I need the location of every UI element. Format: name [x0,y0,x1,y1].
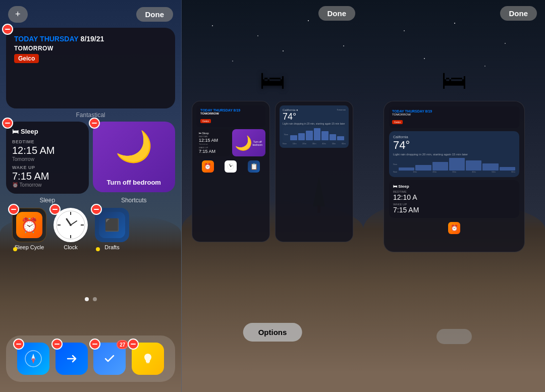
pr-bar-4 [449,158,465,171]
pr-time-labels: Now 10m 20m 30m 40m 50m 60m [393,171,515,173]
phone-screenshot-right: TODAY THURSDAY 8/19 TOMORROW Geico Calif… [384,101,525,252]
pr-bar-5 [466,160,481,171]
sleep-cycle-app[interactable]: ⏰ Sleep Cycle [12,208,46,250]
bedtime-label: BEDTIME [12,139,83,144]
ss1-header-row: TODAY THURSDAY 8/19 [200,108,261,112]
pr-t-10: 10m [413,171,417,173]
ss2-bar-5 [321,131,329,140]
moon-icon: 🌙 [99,132,170,162]
done-button-left[interactable]: Done [136,7,174,22]
app-icons-row: ⏰ Sleep Cycle [6,208,175,250]
ss1-shortcut-text: Turn off bedroom [252,140,263,146]
ss2-chart-labels: Now [284,133,288,136]
add-widget-button[interactable]: + [8,6,28,23]
remove-safari-button[interactable] [13,339,24,350]
ss1-clock-svg [227,163,234,170]
ss2-50m-label: 50m [332,142,336,145]
safari-compass-icon [24,350,42,368]
remove-clock-button[interactable] [49,204,61,215]
sleep-cycle-dot [13,247,17,251]
remove-fantastical-button[interactable] [2,24,13,35]
remove-spark-button[interactable] [51,339,63,350]
dock: 27 [6,335,175,382]
pr-t-30: 30m [452,171,456,173]
ss2-tomorrow-label: Tomorrow [337,108,346,111]
ss2-20m-label: 20m [302,142,306,145]
pr-bar-1 [399,167,414,171]
today-date: 8/19/21 [81,35,104,43]
pr-sleep-title: 🛏 Sleep [393,184,515,189]
right-options-pill [437,329,472,344]
ss2-header: California ● 74° Tomorrow Light rain dro… [280,105,349,148]
ss2-left: California ● 74° [283,108,298,122]
ss1-sleep-widget: 🛏 Sleep BEDTIME 12:15 AM Tomorrow WAKE U… [196,129,230,156]
bed-emoji: 🛏 [12,128,19,135]
ss2-bar-6 [330,134,337,140]
spark-dock-icon[interactable] [56,343,88,375]
fantastical-label: Fantastical [6,111,175,119]
drafts-label: Drafts [104,244,119,250]
things-dock-icon[interactable]: 27 [93,343,126,375]
done-button-middle[interactable]: Done [318,6,356,21]
ss1-drafts-icon: 📋 [248,160,260,173]
ss1-shortcuts-widget: 🌙 Turn off bedroom [232,129,266,156]
ss2-10m-label: 10m [293,142,297,145]
spark-arrow-icon [63,350,81,368]
shortcut-label: Turn off bedroom [99,179,170,186]
remove-sleep-cycle-button[interactable] [8,204,19,215]
remove-shortcuts-button[interactable] [89,118,100,129]
plus-icon: + [15,9,21,20]
clock-icon-small: ⏰ [12,182,18,188]
drafts-icon-inner: ⬛ [99,212,125,238]
bedtime-value: 12:15 AM [12,145,83,156]
pr-desc: Light rain dropping in 20 min, starting … [393,153,515,156]
screenshot-weather: California ● 74° Tomorrow Light rain dro… [275,101,353,242]
page-dot-1 [85,297,89,301]
right-stars [363,10,545,111]
pr-t-60: 60m [511,171,515,173]
ss2-bar-2 [298,133,305,140]
remove-drafts-button[interactable] [91,204,102,215]
pr-bar-6 [482,163,498,171]
panel-right: Done 🛏 TODAY THURSDAY 8/19 TOMORROW Geic… [363,0,545,392]
panel-middle: Done 🛏 TODAY THURSDAY 8/19 TOMORROW Geic… [182,0,363,392]
sleep-widget-name: Sleep [6,197,89,204]
ss1-sleepcycle-icon: ⏰ [202,160,214,173]
ss2-temp: 74° [283,111,298,122]
pr-bar-3 [432,162,448,171]
svg-point-16 [231,166,232,167]
pr-bar-7 [500,167,515,171]
ss1-moon-icon: 🌙 [235,135,252,151]
pr-sleep-time: 12:10 A [393,193,515,201]
ss2-time-labels: Now 10m 20m 30m 40m 50m 60m [283,142,346,145]
pr-weather-header: California 74° [393,135,515,152]
things-badge: 27 [117,340,128,349]
options-button[interactable]: Options [243,323,302,342]
ss1-sleep-label: 🛏 Sleep [199,132,228,135]
pr-today-text: TODAY THURSDAY 8/19 [392,109,432,113]
safari-dock-icon[interactable] [17,343,49,375]
sleep-title: 🛏 Sleep [12,128,83,135]
remove-keep-button[interactable] [128,339,139,350]
ss2-chart: Now [283,127,346,142]
remove-sleep-button[interactable] [2,118,13,129]
pr-alarm-icon: ⏰ [448,222,460,234]
middle-stars [182,10,363,111]
pr-city: California [393,135,410,139]
bed-icon-right: 🛏 [442,66,467,95]
tomorrow-label: TOMORROW [14,45,167,52]
pr-geico: Geico [392,120,403,124]
wakeup-value: 7:15 AM [12,171,83,182]
clock-app[interactable]: Clock [53,208,88,250]
phone-screenshots-middle: TODAY THURSDAY 8/19 TOMORROW Geico 🛏 Sle… [192,101,353,242]
ss2-30m-label: 30m [312,142,316,145]
pr-now: Now [393,163,397,165]
svg-marker-10 [31,358,35,364]
svg-rect-12 [146,362,149,363]
pr-tomorrow: TOMORROW [392,113,516,116]
drafts-app[interactable]: ⬛ Drafts [95,208,129,250]
done-button-right[interactable]: Done [500,6,537,21]
ss1-today-text: TODAY THURSDAY 8/19 [200,108,240,112]
keep-dock-icon[interactable] [132,343,164,375]
keep-lightbulb-icon [139,350,157,368]
